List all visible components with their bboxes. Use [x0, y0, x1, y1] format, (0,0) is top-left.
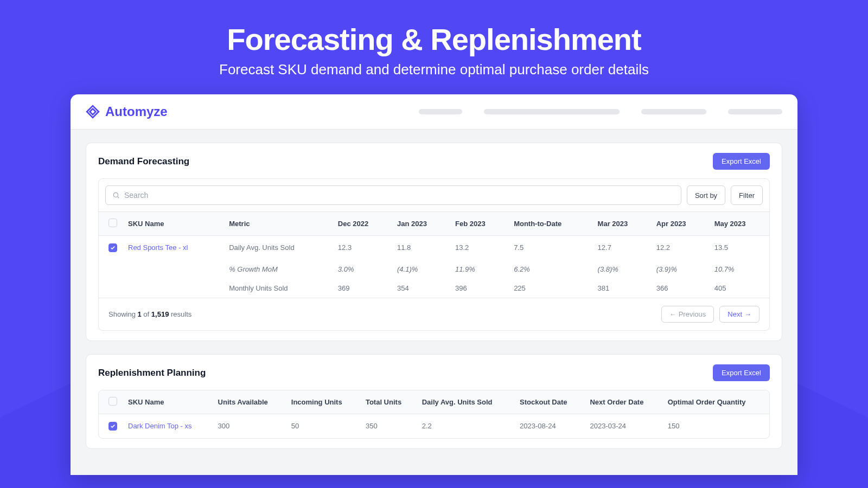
cell-value: 10.7% — [709, 260, 769, 279]
cell-value: 2023-03-24 — [584, 414, 662, 439]
sku-link[interactable]: Red Sports Tee - xl — [128, 243, 188, 252]
cell-value: 12.3 — [333, 236, 392, 260]
hero-subtitle: Forecast SKU demand and determine optima… — [0, 61, 868, 78]
col-total: Total Units — [360, 390, 417, 414]
col-sku: SKU Name — [123, 212, 224, 236]
previous-button[interactable]: ← Previous — [661, 306, 714, 323]
cell-value: 366 — [651, 279, 709, 298]
cell-value: 13.2 — [450, 236, 508, 260]
metric-label: Monthly Units Sold — [224, 279, 333, 298]
table-row: % Growth MoM 3.0% (4.1)% 11.9% 6.2% (3.8… — [99, 260, 769, 279]
pagination: Showing 1 of 1,519 results ← Previous Ne… — [99, 298, 769, 330]
col-jan23: Jan 2023 — [392, 212, 450, 236]
select-all-checkbox[interactable] — [108, 219, 117, 227]
app-window: Automyze Demand Forecasting Export Excel — [71, 94, 797, 475]
col-stockout: Stockout Date — [514, 390, 584, 414]
cell-value: 13.5 — [709, 236, 769, 260]
table-row: Red Sports Tee - xl Daily Avg. Units Sol… — [99, 236, 769, 260]
hero-title: Forecasting & Replenishment — [0, 22, 868, 57]
arrow-right-icon: → — [744, 310, 751, 318]
hero-section: Forecasting & Replenishment Forecast SKU… — [0, 0, 868, 94]
demand-toolbar: Sort by Filter — [99, 179, 769, 212]
metric-label: Daily Avg. Units Sold — [224, 236, 333, 260]
brand-logo[interactable]: Automyze — [86, 104, 168, 119]
svg-point-0 — [113, 192, 118, 197]
export-excel-button[interactable]: Export Excel — [713, 364, 770, 381]
cell-value: 50 — [286, 414, 360, 439]
app-header: Automyze — [71, 94, 797, 130]
table-row: Monthly Units Sold 369 354 396 225 381 3… — [99, 279, 769, 298]
svg-line-1 — [118, 197, 119, 198]
content-area: Demand Forecasting Export Excel Sort by … — [71, 130, 797, 475]
search-input[interactable] — [124, 191, 674, 200]
col-optimal: Optimal Order Quantity — [662, 390, 769, 414]
cell-value: 300 — [213, 414, 286, 439]
pagination-summary: Showing 1 of 1,519 results — [108, 310, 192, 318]
col-available: Units Available — [213, 390, 286, 414]
row-checkbox[interactable] — [108, 243, 117, 252]
col-mtd: Month-to-Date — [508, 212, 592, 236]
col-apr23: Apr 2023 — [651, 212, 709, 236]
replenishment-panel: Replenishment Planning Export Excel SKU … — [86, 354, 782, 449]
arrow-left-icon: ← — [669, 310, 676, 318]
nav-item-placeholder — [641, 109, 706, 114]
col-feb23: Feb 2023 — [450, 212, 508, 236]
demand-table-container: Sort by Filter SKU Name Metric Dec 2022 … — [98, 178, 770, 331]
next-button[interactable]: Next → — [719, 306, 760, 323]
cell-value: 350 — [360, 414, 417, 439]
nav-item-placeholder — [484, 109, 620, 114]
cell-value: 405 — [709, 279, 769, 298]
col-sku: SKU Name — [123, 390, 213, 414]
cell-value: 2.2 — [417, 414, 514, 439]
cell-value: 396 — [450, 279, 508, 298]
cell-value: 3.0% — [333, 260, 392, 279]
search-icon — [112, 191, 120, 199]
col-nextorder: Next Order Date — [584, 390, 662, 414]
nav-placeholders — [419, 109, 782, 114]
cell-value: (3.9)% — [651, 260, 709, 279]
nav-item-placeholder — [728, 109, 782, 114]
col-may23: May 2023 — [709, 212, 769, 236]
cell-value: 2023-08-24 — [514, 414, 584, 439]
cell-value: 6.2% — [508, 260, 592, 279]
replenishment-table-container: SKU Name Units Available Incoming Units … — [98, 390, 770, 439]
replenishment-table: SKU Name Units Available Incoming Units … — [99, 390, 769, 438]
cell-value: 225 — [508, 279, 592, 298]
nav-item-placeholder — [419, 109, 462, 114]
replenishment-panel-title: Replenishment Planning — [98, 368, 206, 378]
col-dec22: Dec 2022 — [333, 212, 392, 236]
brand-name: Automyze — [105, 104, 168, 119]
cell-value: 369 — [333, 279, 392, 298]
cell-value: 7.5 — [508, 236, 592, 260]
demand-forecasting-panel: Demand Forecasting Export Excel Sort by … — [86, 143, 782, 341]
filter-button[interactable]: Filter — [731, 185, 763, 205]
sort-by-button[interactable]: Sort by — [687, 185, 725, 205]
cell-value: 381 — [592, 279, 651, 298]
search-box[interactable] — [105, 185, 681, 205]
col-daily: Daily Avg. Units Sold — [417, 390, 514, 414]
demand-panel-title: Demand Forecasting — [98, 156, 189, 167]
cell-value: 12.7 — [592, 236, 651, 260]
cell-value: (3.8)% — [592, 260, 651, 279]
col-mar23: Mar 2023 — [592, 212, 651, 236]
col-metric: Metric — [224, 212, 333, 236]
cell-value: 354 — [392, 279, 450, 298]
select-all-checkbox[interactable] — [108, 397, 117, 406]
cell-value: (4.1)% — [392, 260, 450, 279]
export-excel-button[interactable]: Export Excel — [713, 153, 770, 170]
row-checkbox[interactable] — [108, 422, 117, 431]
cell-value: 11.8 — [392, 236, 450, 260]
sku-link[interactable]: Dark Denim Top - xs — [128, 422, 192, 430]
metric-label: % Growth MoM — [224, 260, 333, 279]
cell-value: 12.2 — [651, 236, 709, 260]
cell-value: 11.9% — [450, 260, 508, 279]
demand-table: SKU Name Metric Dec 2022 Jan 2023 Feb 20… — [99, 212, 769, 298]
cell-value: 150 — [662, 414, 769, 439]
col-incoming: Incoming Units — [286, 390, 360, 414]
automyze-logo-icon — [86, 105, 100, 119]
table-row: Dark Denim Top - xs 300 50 350 2.2 2023-… — [99, 414, 769, 439]
